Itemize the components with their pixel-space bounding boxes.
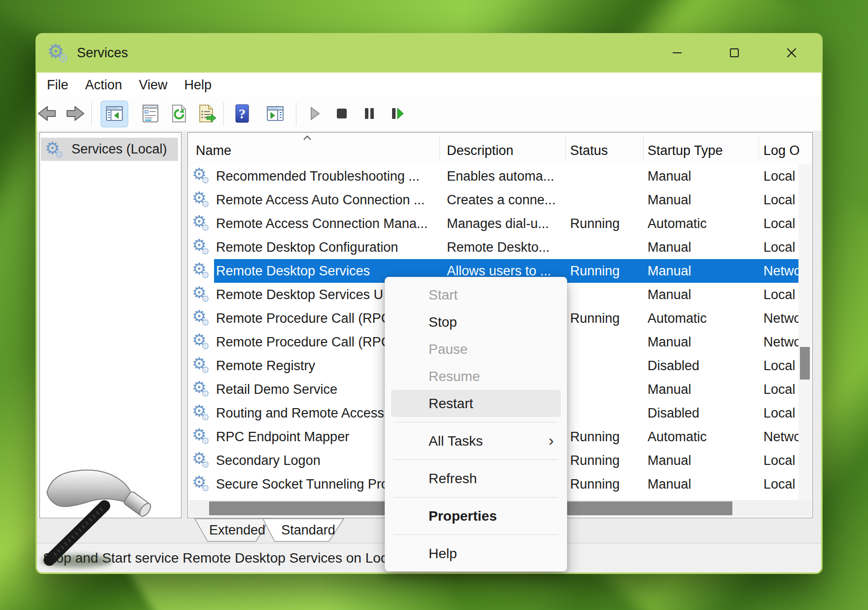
context-menu-item-refresh[interactable]: Refresh (385, 465, 567, 492)
close-icon (785, 46, 798, 59)
service-gear-icon: ⚙⚙ (192, 236, 214, 258)
table-row[interactable]: ⚙⚙Remote Access Connection Mana...Manage… (188, 212, 812, 235)
context-menu-item-stop[interactable]: Stop (385, 308, 567, 336)
export-list-button[interactable] (193, 101, 220, 127)
show-console-tree-button[interactable] (101, 101, 128, 127)
stop-service-button[interactable] (328, 101, 356, 127)
minimize-button[interactable] (663, 41, 691, 64)
menu-help[interactable]: Help (176, 77, 220, 93)
context-menu-item-help[interactable]: Help (385, 540, 567, 567)
back-icon (37, 103, 58, 126)
service-gear-icon: ⚙⚙ (192, 473, 214, 495)
help-icon: ? (231, 103, 253, 126)
toolbar: ? (37, 97, 821, 131)
cell-name: Remote Access Auto Connection ... (216, 188, 440, 212)
context-menu-item-start[interactable]: Start (385, 281, 567, 308)
desktop: { "window": { "title": "Services", "cont… (0, 0, 868, 610)
cell-name: Remote Access Connection Mana... (216, 212, 440, 235)
context-menu-item-pause[interactable]: Pause (385, 336, 567, 363)
vertical-scrollbar-thumb[interactable] (800, 347, 810, 380)
cell-startup-type: Manual (648, 188, 759, 212)
help-button[interactable]: ? (228, 101, 255, 127)
cell-status: Running (570, 306, 644, 330)
cell-status (570, 164, 644, 188)
sidebar-item-services-local[interactable]: ⚙⚙ Services (Local) (41, 138, 178, 161)
submenu-arrow-icon: › (548, 427, 554, 454)
menu-bar: FileActionViewHelp (37, 73, 821, 98)
services-gears-icon: ⚙⚙ (47, 41, 71, 65)
service-gear-icon: ⚙⚙ (192, 189, 214, 211)
service-gear-icon: ⚙⚙ (192, 426, 214, 448)
column-header-startup-type[interactable]: Startup Type (648, 133, 723, 164)
tab-extended[interactable]: Extended (200, 518, 275, 543)
stop-service-icon (331, 103, 353, 126)
cell-status: Running (570, 472, 644, 496)
window-controls (663, 41, 806, 64)
menu-separator (394, 459, 558, 460)
context-menu-item-resume[interactable]: Resume (385, 363, 567, 390)
menu-file[interactable]: File (38, 77, 77, 93)
context-menu-item-restart[interactable]: Restart (391, 390, 561, 417)
toolbar-separator (223, 102, 224, 126)
refresh-button[interactable] (165, 101, 192, 127)
service-gear-icon: ⚙⚙ (192, 307, 214, 329)
cell-startup-type: Disabled (648, 401, 759, 425)
show-action-pane-button[interactable] (261, 101, 289, 127)
context-menu-item-all-tasks[interactable]: All Tasks› (385, 427, 567, 455)
cell-description: Remote Deskto... (447, 235, 566, 259)
cell-startup-type: Manual (648, 472, 759, 496)
service-gear-icon: ⚙⚙ (192, 331, 214, 353)
cell-name: Recommended Troubleshooting ... (216, 164, 440, 188)
status-text: Stop and Start service Remote Desktop Se… (43, 550, 395, 566)
cell-description: Manages dial-u... (447, 212, 566, 235)
table-row[interactable]: ⚙⚙Remote Access Auto Connection ...Creat… (188, 188, 812, 212)
table-row[interactable]: ⚙⚙Recommended Troubleshooting ...Enables… (188, 164, 812, 188)
services-gears-icon: ⚙⚙ (45, 139, 67, 160)
service-gear-icon: ⚙⚙ (192, 402, 214, 424)
cell-status: Running (570, 212, 644, 235)
start-service-button[interactable] (300, 101, 328, 127)
service-gear-icon: ⚙⚙ (192, 165, 214, 187)
window-title: Services (77, 45, 128, 61)
forward-button[interactable] (62, 101, 89, 127)
restart-service-icon (387, 103, 408, 126)
title-bar[interactable]: ⚙⚙ Services (36, 33, 823, 73)
vertical-scrollbar[interactable] (798, 164, 811, 501)
show-action-pane-icon (264, 103, 286, 126)
column-header-status[interactable]: Status (570, 133, 608, 164)
column-header-log-on-as[interactable]: Log O (763, 133, 800, 164)
cell-startup-type: Manual (648, 235, 759, 259)
toolbar-separator (91, 102, 92, 126)
svg-text:?: ? (239, 106, 246, 121)
column-header-name[interactable]: Name (196, 133, 231, 164)
properties-window-icon (140, 103, 161, 126)
list-header: Name Description Status Startup Type Log… (188, 133, 812, 164)
cell-startup-type: Manual (648, 164, 759, 188)
context-menu-item-properties[interactable]: Properties (385, 502, 567, 530)
table-row[interactable]: ⚙⚙Remote Desktop ConfigurationRemote Des… (188, 235, 812, 259)
cell-startup-type: Manual (648, 330, 759, 354)
refresh-icon (168, 103, 189, 126)
cell-status (570, 188, 644, 212)
minimize-icon (671, 47, 683, 59)
cell-status (570, 330, 644, 354)
tab-standard[interactable]: Standard (269, 518, 348, 543)
export-list-icon (196, 103, 217, 126)
console-tree-panel: ⚙⚙ Services (Local) (39, 132, 181, 518)
close-button[interactable] (777, 41, 806, 64)
cell-startup-type: Automatic (648, 425, 759, 449)
cell-description: Enables automa... (447, 164, 566, 188)
column-header-description[interactable]: Description (447, 133, 513, 164)
maximize-button[interactable] (720, 41, 749, 64)
cell-status: Running (570, 449, 644, 472)
pause-service-button[interactable] (356, 101, 383, 127)
back-button[interactable] (37, 101, 61, 127)
cell-startup-type: Manual (648, 283, 759, 306)
properties-window-button[interactable] (137, 101, 164, 127)
cell-status (570, 378, 644, 401)
menu-action[interactable]: Action (77, 77, 131, 93)
menu-view[interactable]: View (131, 77, 176, 93)
restart-service-button[interactable] (384, 101, 411, 127)
menu-separator (394, 534, 558, 535)
menu-separator (394, 497, 558, 497)
